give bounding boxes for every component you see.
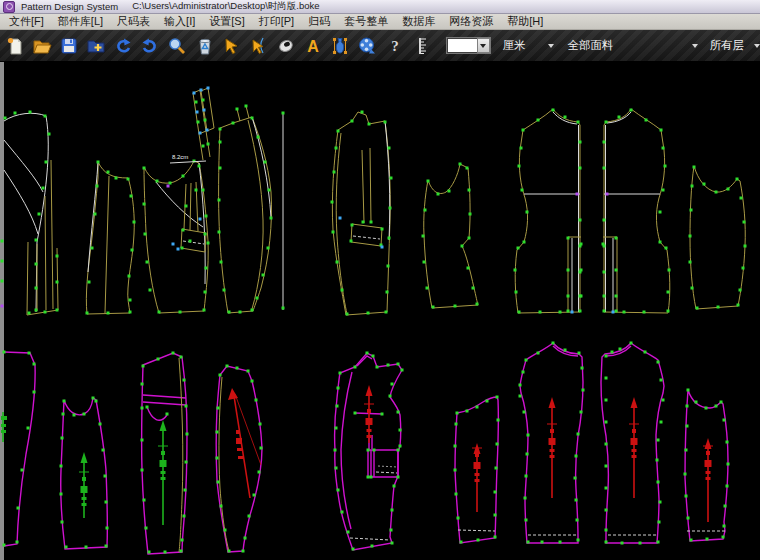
line-color-select[interactable]: [446, 37, 490, 54]
line-color-value: [447, 38, 476, 53]
menu-help[interactable]: 帮助[H]: [500, 14, 550, 29]
delete-button[interactable]: [194, 34, 215, 58]
chevron-down-icon: [480, 44, 486, 48]
measure-ruler-button[interactable]: [411, 34, 432, 58]
measure-label: 8.2cm: [172, 154, 188, 160]
canvas-left-strip: [0, 62, 4, 560]
adjust-arrow-button[interactable]: [248, 34, 269, 58]
pattern-piece-side-panel-left-draft[interactable]: [422, 163, 479, 309]
menu-set-order[interactable]: 套号整单: [337, 14, 395, 29]
menu-part-library[interactable]: 部件库[L]: [51, 14, 110, 29]
chevron-down-icon: [692, 44, 698, 48]
unit-select[interactable]: 厘米: [503, 38, 554, 53]
pattern-piece-back-left-production[interactable]: [519, 342, 585, 544]
toolbar: A ? 厘米 全部面料 所有层: [0, 30, 760, 62]
pattern-design-window: Pattern Design System C:\Users\Administr…: [0, 0, 760, 560]
pattern-piece-panel-red-arrow-b[interactable]: [684, 389, 730, 542]
pattern-piece-panel-green-arrow-b[interactable]: [141, 352, 189, 555]
menu-settings[interactable]: 设置[S]: [202, 14, 251, 29]
menu-file[interactable]: 文件[F]: [2, 14, 51, 29]
chevron-down-icon: [754, 44, 760, 48]
shape-edit-button[interactable]: [330, 34, 351, 58]
help-icon: ?: [391, 38, 399, 54]
pattern-piece-sleeve-left[interactable]: [1, 111, 59, 316]
undo-button[interactable]: [113, 34, 134, 58]
pattern-piece-back-right-draft[interactable]: [602, 109, 671, 314]
pattern-piece-curved-red-arrow[interactable]: [216, 365, 263, 553]
fabric-select-value: 全部面料: [568, 38, 614, 53]
redo-button[interactable]: [140, 34, 161, 58]
menu-print[interactable]: 打印[P]: [252, 14, 301, 29]
text-tool-button[interactable]: A: [303, 34, 324, 58]
pattern-piece-front-with-pocket[interactable]: [143, 160, 210, 314]
document-path: C:\Users\Administrator\Desktop\时尚版.boke: [132, 0, 319, 13]
line-color-dropdown-button[interactable]: [477, 38, 490, 53]
pattern-piece-jacket-front-production[interactable]: [334, 352, 404, 551]
select-arrow-button[interactable]: [221, 34, 242, 58]
app-logo-icon: [3, 1, 15, 13]
ring-tool-icon: [278, 38, 294, 53]
pattern-piece-panel-red-arrow-a[interactable]: [454, 396, 500, 544]
reference-line-vertical[interactable]: [282, 112, 285, 311]
pattern-piece-jacket-front-draft[interactable]: [331, 111, 393, 316]
open-folder-button[interactable]: [31, 34, 52, 58]
help-button[interactable]: ?: [384, 34, 405, 58]
menu-bar: 文件[F] 部件库[L] 尺码表 输入[I] 设置[S] 打印[P] 归码 套号…: [0, 14, 760, 30]
save-button[interactable]: [58, 34, 79, 58]
text-tool-icon: A: [307, 37, 319, 54]
add-part-button[interactable]: [85, 34, 106, 58]
chevron-down-icon: [548, 44, 554, 48]
fabric-select[interactable]: 全部面料: [568, 38, 698, 53]
pattern-piece-collar-strips[interactable]: [193, 87, 215, 161]
pattern-canvas[interactable]: 8.2cm: [0, 62, 760, 560]
new-file-button[interactable]: [4, 34, 25, 58]
pattern-piece-cut-left[interactable]: [1, 351, 36, 547]
pattern-piece-side-front[interactable]: [218, 105, 273, 314]
pattern-piece-back-left-draft[interactable]: [514, 109, 583, 314]
layer-select[interactable]: 所有层: [710, 38, 760, 53]
select-arrow-icon: [226, 39, 237, 54]
ring-tool-button[interactable]: [275, 34, 296, 58]
menu-grading[interactable]: 归码: [301, 14, 337, 29]
layer-select-value: 所有层: [710, 38, 745, 53]
pattern-piece-side-panel-a[interactable]: [86, 161, 136, 315]
shape-edit-tool-icon: [337, 38, 344, 53]
menu-size-table[interactable]: 尺码表: [110, 14, 157, 29]
app-title: Pattern Design System: [21, 1, 118, 12]
unit-select-value: 厘米: [503, 38, 526, 53]
measure-annotation: 8.2cm: [170, 154, 206, 163]
film-reel-button[interactable]: [357, 34, 378, 58]
zoom-button[interactable]: [167, 34, 188, 58]
menu-database[interactable]: 数据库: [395, 14, 442, 29]
zoom-magnifier-icon: [170, 39, 180, 49]
pattern-piece-back-right-production[interactable]: [601, 342, 665, 545]
menu-network-resources[interactable]: 网络资源: [442, 14, 500, 29]
new-file-icon: [7, 37, 12, 42]
pattern-piece-panel-green-arrow-a[interactable]: [60, 397, 109, 550]
measure-ruler-icon: [412, 36, 432, 56]
title-bar: Pattern Design System C:\Users\Administr…: [0, 0, 760, 14]
pattern-piece-side-panel-right-draft[interactable]: [689, 166, 747, 310]
menu-input[interactable]: 输入[I]: [157, 14, 202, 29]
